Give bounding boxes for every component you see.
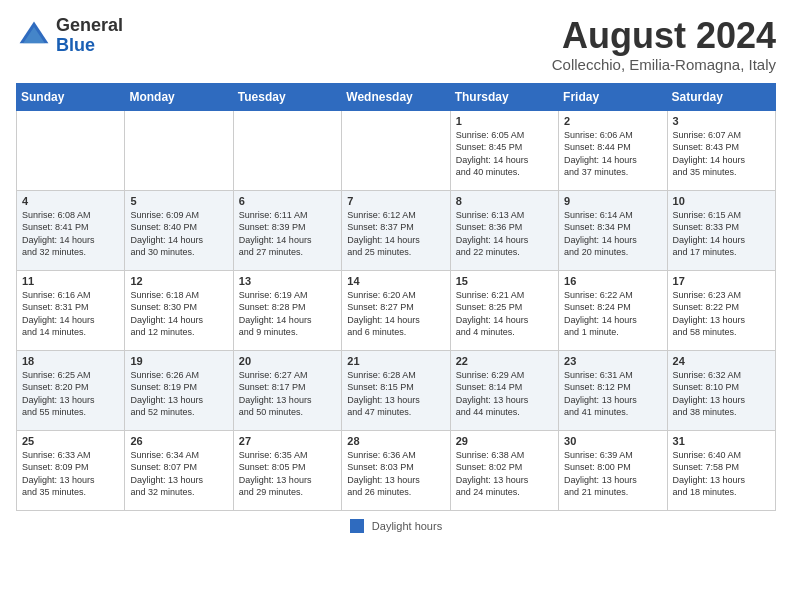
calendar-body: 1Sunrise: 6:05 AM Sunset: 8:45 PM Daylig… bbox=[17, 110, 776, 510]
calendar-cell: 13Sunrise: 6:19 AM Sunset: 8:28 PM Dayli… bbox=[233, 270, 341, 350]
day-number: 19 bbox=[130, 355, 227, 367]
calendar-cell bbox=[17, 110, 125, 190]
calendar-table: SundayMondayTuesdayWednesdayThursdayFrid… bbox=[16, 83, 776, 511]
calendar-cell: 1Sunrise: 6:05 AM Sunset: 8:45 PM Daylig… bbox=[450, 110, 558, 190]
calendar-cell: 19Sunrise: 6:26 AM Sunset: 8:19 PM Dayli… bbox=[125, 350, 233, 430]
day-number: 31 bbox=[673, 435, 770, 447]
calendar-cell: 24Sunrise: 6:32 AM Sunset: 8:10 PM Dayli… bbox=[667, 350, 775, 430]
day-content: Sunrise: 6:33 AM Sunset: 8:09 PM Dayligh… bbox=[22, 449, 119, 499]
calendar-cell: 20Sunrise: 6:27 AM Sunset: 8:17 PM Dayli… bbox=[233, 350, 341, 430]
calendar-cell: 23Sunrise: 6:31 AM Sunset: 8:12 PM Dayli… bbox=[559, 350, 667, 430]
calendar-cell: 17Sunrise: 6:23 AM Sunset: 8:22 PM Dayli… bbox=[667, 270, 775, 350]
day-content: Sunrise: 6:25 AM Sunset: 8:20 PM Dayligh… bbox=[22, 369, 119, 419]
day-number: 11 bbox=[22, 275, 119, 287]
calendar-week-row: 4Sunrise: 6:08 AM Sunset: 8:41 PM Daylig… bbox=[17, 190, 776, 270]
calendar-cell: 22Sunrise: 6:29 AM Sunset: 8:14 PM Dayli… bbox=[450, 350, 558, 430]
day-number: 2 bbox=[564, 115, 661, 127]
day-number: 27 bbox=[239, 435, 336, 447]
day-content: Sunrise: 6:35 AM Sunset: 8:05 PM Dayligh… bbox=[239, 449, 336, 499]
logo-general: General bbox=[56, 16, 123, 36]
calendar-week-row: 25Sunrise: 6:33 AM Sunset: 8:09 PM Dayli… bbox=[17, 430, 776, 510]
legend-label: Daylight hours bbox=[372, 520, 442, 532]
calendar-cell: 5Sunrise: 6:09 AM Sunset: 8:40 PM Daylig… bbox=[125, 190, 233, 270]
day-number: 4 bbox=[22, 195, 119, 207]
day-number: 24 bbox=[673, 355, 770, 367]
day-number: 20 bbox=[239, 355, 336, 367]
day-number: 5 bbox=[130, 195, 227, 207]
day-content: Sunrise: 6:05 AM Sunset: 8:45 PM Dayligh… bbox=[456, 129, 553, 179]
location: Collecchio, Emilia-Romagna, Italy bbox=[552, 56, 776, 73]
calendar-cell bbox=[125, 110, 233, 190]
month-title: August 2024 bbox=[552, 16, 776, 56]
day-number: 28 bbox=[347, 435, 444, 447]
calendar-cell: 28Sunrise: 6:36 AM Sunset: 8:03 PM Dayli… bbox=[342, 430, 450, 510]
day-number: 6 bbox=[239, 195, 336, 207]
day-number: 22 bbox=[456, 355, 553, 367]
day-content: Sunrise: 6:38 AM Sunset: 8:02 PM Dayligh… bbox=[456, 449, 553, 499]
day-number: 15 bbox=[456, 275, 553, 287]
day-content: Sunrise: 6:14 AM Sunset: 8:34 PM Dayligh… bbox=[564, 209, 661, 259]
day-content: Sunrise: 6:12 AM Sunset: 8:37 PM Dayligh… bbox=[347, 209, 444, 259]
calendar-cell bbox=[233, 110, 341, 190]
day-number: 17 bbox=[673, 275, 770, 287]
weekday-header: Tuesday bbox=[233, 83, 341, 110]
day-content: Sunrise: 6:09 AM Sunset: 8:40 PM Dayligh… bbox=[130, 209, 227, 259]
calendar-header: SundayMondayTuesdayWednesdayThursdayFrid… bbox=[17, 83, 776, 110]
day-number: 29 bbox=[456, 435, 553, 447]
legend-box-icon bbox=[350, 519, 364, 533]
day-content: Sunrise: 6:19 AM Sunset: 8:28 PM Dayligh… bbox=[239, 289, 336, 339]
calendar-cell: 31Sunrise: 6:40 AM Sunset: 7:58 PM Dayli… bbox=[667, 430, 775, 510]
day-number: 25 bbox=[22, 435, 119, 447]
day-content: Sunrise: 6:21 AM Sunset: 8:25 PM Dayligh… bbox=[456, 289, 553, 339]
calendar-cell: 11Sunrise: 6:16 AM Sunset: 8:31 PM Dayli… bbox=[17, 270, 125, 350]
day-number: 3 bbox=[673, 115, 770, 127]
calendar-cell: 25Sunrise: 6:33 AM Sunset: 8:09 PM Dayli… bbox=[17, 430, 125, 510]
calendar-cell: 16Sunrise: 6:22 AM Sunset: 8:24 PM Dayli… bbox=[559, 270, 667, 350]
weekday-header: Saturday bbox=[667, 83, 775, 110]
day-content: Sunrise: 6:08 AM Sunset: 8:41 PM Dayligh… bbox=[22, 209, 119, 259]
calendar-cell: 12Sunrise: 6:18 AM Sunset: 8:30 PM Dayli… bbox=[125, 270, 233, 350]
calendar-cell: 29Sunrise: 6:38 AM Sunset: 8:02 PM Dayli… bbox=[450, 430, 558, 510]
day-content: Sunrise: 6:39 AM Sunset: 8:00 PM Dayligh… bbox=[564, 449, 661, 499]
day-content: Sunrise: 6:26 AM Sunset: 8:19 PM Dayligh… bbox=[130, 369, 227, 419]
weekday-header: Thursday bbox=[450, 83, 558, 110]
calendar-cell: 7Sunrise: 6:12 AM Sunset: 8:37 PM Daylig… bbox=[342, 190, 450, 270]
day-content: Sunrise: 6:31 AM Sunset: 8:12 PM Dayligh… bbox=[564, 369, 661, 419]
calendar-cell: 9Sunrise: 6:14 AM Sunset: 8:34 PM Daylig… bbox=[559, 190, 667, 270]
day-number: 14 bbox=[347, 275, 444, 287]
calendar-cell: 8Sunrise: 6:13 AM Sunset: 8:36 PM Daylig… bbox=[450, 190, 558, 270]
day-number: 8 bbox=[456, 195, 553, 207]
calendar-week-row: 18Sunrise: 6:25 AM Sunset: 8:20 PM Dayli… bbox=[17, 350, 776, 430]
day-content: Sunrise: 6:29 AM Sunset: 8:14 PM Dayligh… bbox=[456, 369, 553, 419]
day-content: Sunrise: 6:13 AM Sunset: 8:36 PM Dayligh… bbox=[456, 209, 553, 259]
day-content: Sunrise: 6:06 AM Sunset: 8:44 PM Dayligh… bbox=[564, 129, 661, 179]
calendar-cell: 21Sunrise: 6:28 AM Sunset: 8:15 PM Dayli… bbox=[342, 350, 450, 430]
logo: General Blue bbox=[16, 16, 123, 56]
day-content: Sunrise: 6:28 AM Sunset: 8:15 PM Dayligh… bbox=[347, 369, 444, 419]
day-content: Sunrise: 6:16 AM Sunset: 8:31 PM Dayligh… bbox=[22, 289, 119, 339]
day-number: 26 bbox=[130, 435, 227, 447]
calendar-cell: 2Sunrise: 6:06 AM Sunset: 8:44 PM Daylig… bbox=[559, 110, 667, 190]
day-number: 9 bbox=[564, 195, 661, 207]
day-content: Sunrise: 6:34 AM Sunset: 8:07 PM Dayligh… bbox=[130, 449, 227, 499]
day-number: 1 bbox=[456, 115, 553, 127]
day-number: 13 bbox=[239, 275, 336, 287]
day-number: 30 bbox=[564, 435, 661, 447]
calendar-cell: 10Sunrise: 6:15 AM Sunset: 8:33 PM Dayli… bbox=[667, 190, 775, 270]
calendar-cell: 27Sunrise: 6:35 AM Sunset: 8:05 PM Dayli… bbox=[233, 430, 341, 510]
day-content: Sunrise: 6:11 AM Sunset: 8:39 PM Dayligh… bbox=[239, 209, 336, 259]
title-block: August 2024 Collecchio, Emilia-Romagna, … bbox=[552, 16, 776, 73]
calendar-cell: 4Sunrise: 6:08 AM Sunset: 8:41 PM Daylig… bbox=[17, 190, 125, 270]
day-content: Sunrise: 6:32 AM Sunset: 8:10 PM Dayligh… bbox=[673, 369, 770, 419]
day-content: Sunrise: 6:07 AM Sunset: 8:43 PM Dayligh… bbox=[673, 129, 770, 179]
weekday-row: SundayMondayTuesdayWednesdayThursdayFrid… bbox=[17, 83, 776, 110]
calendar-cell bbox=[342, 110, 450, 190]
calendar-cell: 14Sunrise: 6:20 AM Sunset: 8:27 PM Dayli… bbox=[342, 270, 450, 350]
calendar-cell: 3Sunrise: 6:07 AM Sunset: 8:43 PM Daylig… bbox=[667, 110, 775, 190]
weekday-header: Wednesday bbox=[342, 83, 450, 110]
day-number: 16 bbox=[564, 275, 661, 287]
calendar-cell: 18Sunrise: 6:25 AM Sunset: 8:20 PM Dayli… bbox=[17, 350, 125, 430]
logo-blue: Blue bbox=[56, 36, 123, 56]
footer: Daylight hours bbox=[16, 519, 776, 533]
page-header: General Blue August 2024 Collecchio, Emi… bbox=[16, 16, 776, 73]
